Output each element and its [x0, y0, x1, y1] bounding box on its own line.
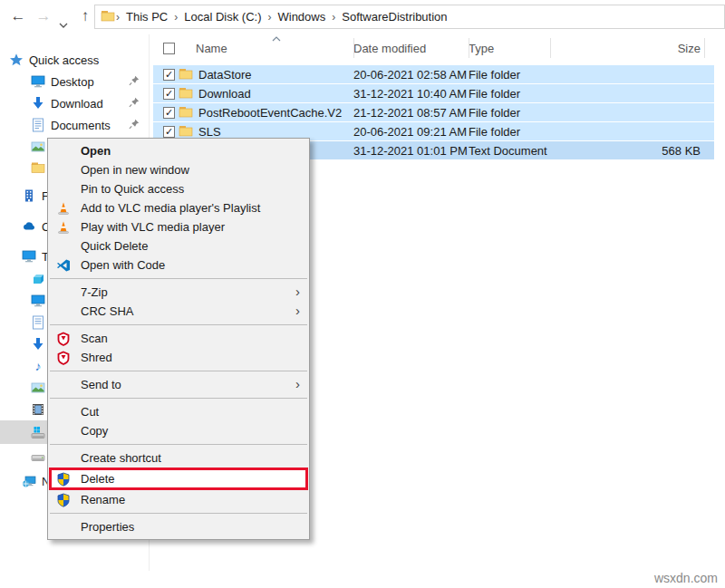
- row-checkbox[interactable]: ✓: [163, 69, 175, 81]
- menu-item-label: Quick Delete: [81, 239, 148, 253]
- column-headers: Name Date modified Type Size: [153, 36, 714, 60]
- music-note-icon: ♪: [31, 359, 45, 373]
- cloud-icon: [22, 219, 36, 234]
- menu-item-label: Shred: [81, 351, 112, 364]
- file-type: File folder: [469, 125, 550, 139]
- menu-item-label: Copy: [81, 424, 108, 438]
- menu-item-open-in-new-window[interactable]: Open in new window: [48, 160, 309, 179]
- row-checkbox[interactable]: ✓: [163, 126, 175, 138]
- vscode-icon: [56, 258, 71, 273]
- menu-separator: [50, 398, 307, 399]
- menu-item-vlc-play[interactable]: Play with VLC media player: [48, 217, 309, 236]
- sidebar-item-label: Desktop: [51, 75, 94, 89]
- file-name: SLS: [198, 125, 221, 139]
- uac-shield-icon: [56, 472, 71, 487]
- table-row[interactable]: ✓ DataStore 20-06-2021 02:58 AM File fol…: [153, 65, 714, 83]
- menu-item-copy[interactable]: Copy: [48, 421, 309, 440]
- menu-item-label: Open with Code: [81, 258, 165, 272]
- file-name: Download: [198, 87, 251, 101]
- breadcrumb-local-disk-c[interactable]: Local Disk (C:): [179, 10, 266, 24]
- sidebar-item-download-pinned[interactable]: Download: [0, 92, 149, 114]
- column-divider[interactable]: [353, 38, 354, 58]
- film-icon: [31, 402, 45, 417]
- menu-item-cut[interactable]: Cut: [48, 402, 309, 421]
- menu-item-label: Create shortcut: [81, 451, 161, 465]
- menu-item-crc-sha[interactable]: CRC SHA ›: [48, 302, 309, 321]
- pin-icon: [129, 97, 140, 111]
- menu-separator: [50, 324, 307, 325]
- picture-icon: [31, 140, 45, 154]
- menu-item-7zip[interactable]: 7-Zip ›: [48, 283, 309, 302]
- menu-item-quick-delete[interactable]: Quick Delete: [48, 236, 309, 255]
- column-divider[interactable]: [704, 38, 705, 58]
- context-menu: Open Open in new window Pin to Quick acc…: [47, 138, 310, 540]
- table-row[interactable]: ✓ Download 31-12-2021 10:40 AM File fold…: [153, 84, 714, 102]
- menu-item-open-with-code[interactable]: Open with Code: [48, 255, 309, 275]
- picture-icon: [31, 381, 45, 395]
- sort-ascending-icon[interactable]: [272, 31, 281, 44]
- sidebar-item-quick-access[interactable]: Quick access: [0, 49, 149, 71]
- menu-item-label: CRC SHA: [81, 304, 134, 318]
- check-icon: ✓: [165, 69, 173, 80]
- menu-item-rename[interactable]: Rename: [48, 490, 309, 509]
- menu-item-properties[interactable]: Properties: [48, 517, 309, 536]
- column-header-date-modified[interactable]: Date modified: [353, 42, 469, 55]
- menu-item-scan[interactable]: Scan: [48, 329, 309, 348]
- menu-separator: [50, 371, 307, 371]
- back-icon[interactable]: ←: [7, 4, 29, 29]
- vlc-cone-icon: [56, 220, 71, 235]
- file-date: 20-06-2021 09:21 AM: [353, 125, 469, 139]
- check-icon: ✓: [165, 126, 173, 137]
- folder-icon: [179, 87, 193, 100]
- menu-item-label: Open in new window: [81, 163, 189, 177]
- breadcrumb-this-pc[interactable]: This PC: [121, 10, 173, 24]
- sidebar-item-documents-pinned[interactable]: Documents: [0, 114, 149, 136]
- column-divider[interactable]: [469, 38, 469, 58]
- menu-item-create-shortcut[interactable]: Create shortcut: [48, 448, 309, 468]
- vlc-cone-icon: [56, 201, 71, 216]
- breadcrumb-softwaredistribution[interactable]: SoftwareDistribution: [336, 10, 452, 24]
- drive-icon: [31, 450, 45, 465]
- pin-icon: [129, 75, 140, 89]
- menu-item-label: Send to: [81, 378, 121, 391]
- forward-icon[interactable]: →: [33, 4, 54, 29]
- sidebar-item-label: Download: [51, 97, 103, 111]
- watermark: wsxdn.com: [654, 571, 718, 585]
- windows-drive-icon: [31, 425, 45, 439]
- select-all-checkbox[interactable]: [163, 43, 175, 54]
- menu-item-label: Rename: [81, 493, 125, 506]
- row-checkbox[interactable]: ✓: [163, 88, 175, 100]
- menu-item-pin-to-quick-access[interactable]: Pin to Quick access: [48, 179, 309, 198]
- pin-icon: [129, 119, 140, 132]
- file-date: 31-12-2021 10:40 AM: [353, 87, 469, 101]
- file-date: 20-06-2021 02:58 AM: [353, 68, 469, 82]
- file-name: DataStore: [198, 68, 252, 82]
- menu-item-shred[interactable]: Shred: [48, 348, 309, 367]
- recent-locations-chevron-icon[interactable]: [56, 11, 71, 36]
- file-name: PostRebootEventCache.V2: [198, 106, 342, 120]
- folder-icon: [179, 125, 193, 138]
- menu-item-send-to[interactable]: Send to ›: [48, 375, 309, 394]
- file-date: 21-12-2021 08:57 AM: [353, 106, 469, 120]
- column-header-size[interactable]: Size: [550, 42, 704, 55]
- menu-item-label: 7-Zip: [81, 285, 108, 299]
- check-icon: ✓: [165, 107, 173, 118]
- up-icon[interactable]: ↑: [74, 4, 96, 29]
- row-checkbox[interactable]: ✓: [163, 107, 175, 119]
- address-bar[interactable]: › This PC › Local Disk (C:) › Windows › …: [94, 5, 725, 29]
- menu-item-open[interactable]: Open: [48, 141, 309, 160]
- star-icon: [9, 53, 24, 67]
- column-header-name[interactable]: Name: [196, 42, 227, 55]
- breadcrumb-windows[interactable]: Windows: [272, 10, 331, 24]
- sidebar-item-label: Documents: [51, 119, 111, 132]
- menu-item-label: Play with VLC media player: [81, 220, 225, 234]
- column-header-type[interactable]: Type: [469, 42, 550, 55]
- monitor-icon: [22, 249, 36, 264]
- table-row[interactable]: ✓ PostRebootEventCache.V2 21-12-2021 08:…: [153, 103, 714, 121]
- menu-item-vlc-add-to-playlist[interactable]: Add to VLC media player's Playlist: [48, 198, 309, 217]
- sidebar-item-desktop-pinned[interactable]: Desktop: [0, 71, 149, 92]
- file-type: Text Document: [469, 144, 550, 158]
- column-divider[interactable]: [550, 38, 551, 58]
- file-size: 568 KB: [550, 144, 704, 158]
- menu-item-delete[interactable]: Delete: [49, 468, 308, 490]
